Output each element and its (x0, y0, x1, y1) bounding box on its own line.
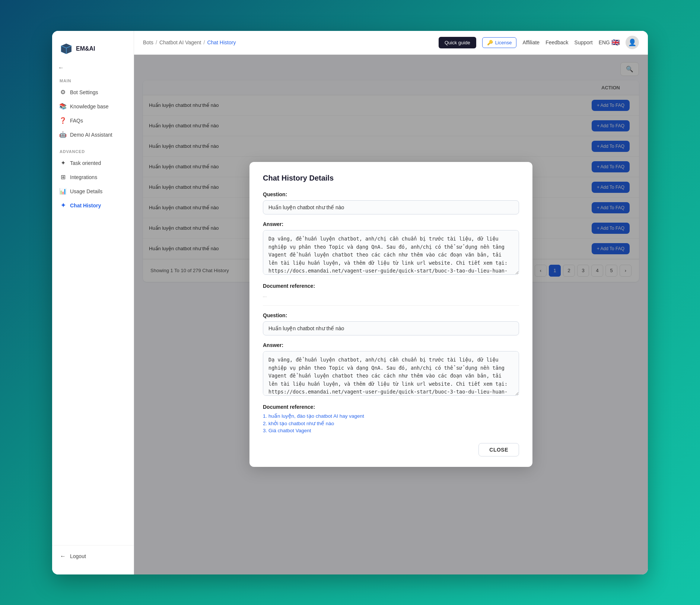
sidebar-item-logout[interactable]: ← Logout (52, 549, 134, 563)
user-avatar[interactable]: 👤 (626, 36, 639, 49)
faqs-icon: ❓ (60, 117, 66, 124)
sidebar-section-main: MAIN (52, 76, 134, 85)
answer-label-2: Answer: (263, 342, 519, 348)
question-label-1: Question: (263, 191, 519, 197)
breadcrumb-chatbot[interactable]: Chatbot AI Vagent (159, 39, 201, 45)
question-value-2: Huấn luyện chatbot như thế nào (263, 321, 519, 335)
sidebar-item-demo-ai[interactable]: 🤖 Demo AI Assistant (52, 128, 134, 142)
breadcrumb-sep2: / (204, 39, 205, 45)
logout-icon: ← (60, 553, 66, 560)
sidebar: EM&AI ← MAIN ⚙ Bot Settings 📚 Knowledge … (52, 31, 134, 574)
breadcrumb-current: Chat History (207, 39, 236, 45)
modal-overlay[interactable]: Chat History Details Question: Huấn luyệ… (134, 55, 648, 574)
license-label: License (495, 40, 512, 45)
sidebar-item-label: Bot Settings (70, 89, 98, 95)
answer-value-1[interactable] (263, 230, 519, 275)
answer-value-2[interactable] (263, 351, 519, 396)
sidebar-item-label: Integrations (70, 174, 97, 180)
sidebar-item-integrations[interactable]: ⊞ Integrations (52, 170, 134, 184)
doc-ref-label-1: Document reference: (263, 283, 519, 289)
key-icon: 🔑 (487, 40, 493, 45)
quick-guide-button[interactable]: Quick guide (439, 37, 476, 48)
back-arrow[interactable]: ← (58, 64, 64, 71)
sidebar-section-advanced: ADVANCED (52, 146, 134, 156)
main-content: Bots / Chatbot AI Vagent / Chat History … (134, 31, 648, 574)
doc-ref-link-1[interactable]: 1. huấn luyện, đào tạo chatbot AI hay va… (263, 413, 519, 419)
avatar-icon: 👤 (628, 38, 636, 47)
breadcrumb-sep1: / (156, 39, 157, 45)
breadcrumb-bots[interactable]: Bots (143, 39, 153, 45)
sidebar-item-label: FAQs (70, 118, 83, 124)
sidebar-item-label: Chat History (70, 203, 101, 208)
doc-ref-link-3[interactable]: 3. Giá chatbot Vagent (263, 428, 519, 433)
sidebar-item-label: Knowledge base (70, 104, 109, 109)
modal-title: Chat History Details (263, 174, 519, 182)
answer-label-1: Answer: (263, 221, 519, 227)
sidebar-item-label: Task oriented (70, 160, 101, 166)
close-modal-button[interactable]: CLOSE (478, 443, 519, 456)
logo-text: EM&AI (76, 45, 95, 52)
doc-ref-links-1: ... (263, 292, 519, 299)
header-right: Quick guide 🔑 License Affiliate Feedback… (439, 36, 639, 49)
knowledge-base-icon: 📚 (60, 103, 66, 110)
logo: EM&AI (52, 38, 134, 64)
lang-label: ENG (599, 39, 610, 45)
license-button[interactable]: 🔑 License (482, 37, 517, 48)
usage-details-icon: 📊 (60, 188, 66, 195)
integrations-icon: ⊞ (60, 174, 66, 181)
logout-label: Logout (70, 553, 86, 559)
feedback-link[interactable]: Feedback (545, 39, 568, 45)
chat-history-icon: ✦ (60, 202, 66, 209)
flag-icon: 🇬🇧 (611, 38, 620, 47)
question-label-2: Question: (263, 312, 519, 318)
sidebar-item-chat-history[interactable]: ✦ Chat History (52, 198, 134, 213)
sidebar-item-usage-details[interactable]: 📊 Usage Details (52, 184, 134, 198)
doc-ref-links-2: 1. huấn luyện, đào tạo chatbot AI hay va… (263, 413, 519, 433)
header: Bots / Chatbot AI Vagent / Chat History … (134, 31, 648, 55)
support-link[interactable]: Support (575, 39, 593, 45)
sidebar-item-bot-settings[interactable]: ⚙ Bot Settings (52, 85, 134, 99)
question-value-1: Huấn luyện chatbot như thế nào (263, 200, 519, 214)
task-oriented-icon: ✦ (60, 160, 66, 166)
section-divider (263, 305, 519, 306)
modal-footer: CLOSE (263, 436, 519, 456)
sidebar-item-task-oriented[interactable]: ✦ Task oriented (52, 156, 134, 170)
sidebar-item-faqs[interactable]: ❓ FAQs (52, 114, 134, 128)
chat-history-modal: Chat History Details Question: Huấn luyệ… (249, 162, 532, 467)
page-content: 🔍 ACTION Huấn luyện chatbot như thế nào … (134, 55, 648, 574)
sidebar-item-label: Demo AI Assistant (70, 132, 112, 138)
doc-ref-label-2: Document reference: (263, 404, 519, 410)
lang-selector[interactable]: ENG 🇬🇧 (599, 38, 620, 47)
affiliate-link[interactable]: Affiliate (522, 39, 540, 45)
bot-settings-icon: ⚙ (60, 89, 66, 96)
demo-ai-icon: 🤖 (60, 131, 66, 138)
sidebar-item-label: Usage Details (70, 188, 102, 194)
doc-ref-link-2[interactable]: 2. khởi tạo chatbot như thế nào (263, 420, 519, 426)
sidebar-item-knowledge-base[interactable]: 📚 Knowledge base (52, 99, 134, 114)
breadcrumb: Bots / Chatbot AI Vagent / Chat History (143, 39, 236, 45)
